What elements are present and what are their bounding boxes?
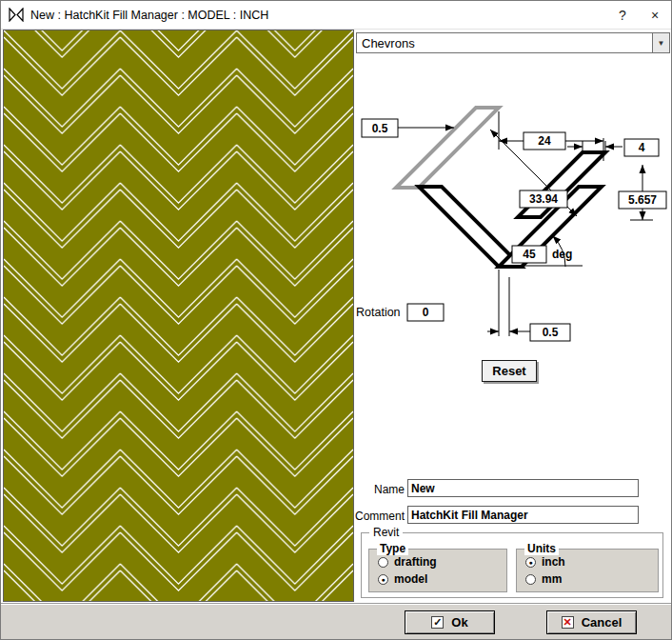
- comment-input[interactable]: [407, 506, 639, 524]
- rotation-value: 0: [423, 306, 429, 319]
- radio-option-inch[interactable]: ● inch: [525, 555, 565, 569]
- radio-label: inch: [542, 555, 565, 569]
- radio-icon: ●: [378, 574, 388, 585]
- angle-value: 45: [523, 248, 536, 261]
- radio-icon: [378, 557, 388, 568]
- revit-group-label: Revit: [369, 526, 403, 539]
- revit-group: Revit Type drafting ● model Units ● inch: [361, 532, 663, 598]
- radio-label: model: [394, 572, 427, 586]
- ok-button-label: Ok: [451, 615, 467, 630]
- check-icon: ✓: [431, 616, 444, 629]
- hatchkit-fill-manager-window: New : HatchKit Fill Manager : MODEL : IN…: [0, 0, 672, 640]
- comment-label: Comment: [354, 510, 405, 523]
- pattern-preview: [4, 30, 353, 601]
- cancel-x-icon: ✕: [562, 616, 574, 629]
- radio-option-model[interactable]: ● model: [378, 572, 427, 586]
- spacing-diagonal-value: 33.94: [529, 192, 558, 206]
- parameter-panel: Chevrons ▼: [354, 30, 672, 603]
- angle-unit-label: deg: [552, 248, 572, 261]
- radio-icon: [525, 574, 536, 585]
- ghost-strip-shape: [396, 108, 499, 188]
- help-button[interactable]: ?: [606, 1, 639, 30]
- radio-label: drafting: [394, 555, 437, 569]
- close-button[interactable]: ×: [639, 1, 671, 30]
- rotation-label: Rotation: [356, 306, 401, 319]
- pattern-select-value: Chevrons: [357, 33, 652, 52]
- action-bar: ✓ Ok ✕ Cancel: [1, 603, 672, 640]
- pattern-select[interactable]: Chevrons ▼: [356, 32, 670, 53]
- pattern-preview-pane: [3, 30, 354, 602]
- ok-button[interactable]: ✓ Ok: [405, 610, 495, 634]
- titlebar[interactable]: New : HatchKit Fill Manager : MODEL : IN…: [1, 1, 671, 30]
- reset-button[interactable]: Reset: [482, 360, 537, 382]
- combo-dropdown-button[interactable]: ▼: [652, 33, 669, 52]
- radio-option-drafting[interactable]: drafting: [378, 555, 437, 569]
- type-group-label: Type: [377, 542, 408, 555]
- offset-bottom-value: 0.5: [543, 326, 559, 339]
- app-icon: [9, 8, 24, 22]
- radio-icon: ●: [525, 557, 536, 568]
- name-input[interactable]: [407, 479, 639, 497]
- strip-width-value: 4: [639, 141, 645, 154]
- offset-top-value: 0.5: [372, 122, 388, 135]
- left-arm-shape: [419, 187, 522, 267]
- window-title: New : HatchKit Fill Manager : MODEL : IN…: [30, 9, 606, 22]
- type-group: Type drafting ● model: [368, 549, 507, 592]
- spacing-vertical-value: 5.657: [628, 193, 657, 207]
- name-label: Name: [354, 483, 405, 496]
- units-group: Units ● inch mm: [516, 549, 659, 592]
- pattern-diagram: 0.5 24 4 33.94 5.657 45 deg Rotation 0 0…: [354, 58, 672, 349]
- radio-label: mm: [542, 572, 562, 586]
- radio-option-mm[interactable]: mm: [525, 572, 562, 586]
- units-group-label: Units: [524, 542, 559, 555]
- chevron-down-icon: ▼: [658, 39, 665, 48]
- cancel-button-label: Cancel: [582, 615, 623, 630]
- cancel-button[interactable]: ✕ Cancel: [546, 610, 637, 634]
- spacing-horizontal-value: 24: [538, 134, 551, 148]
